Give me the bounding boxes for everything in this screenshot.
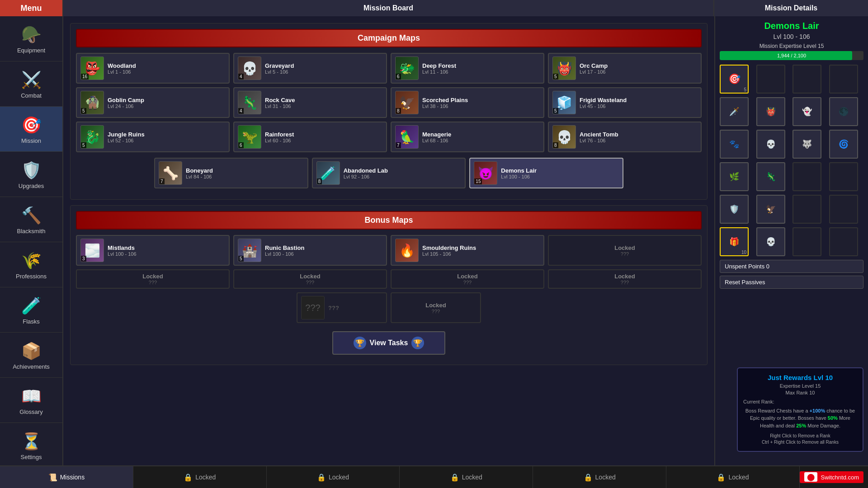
map-item-menagerie[interactable]: 🦜 7 Menagerie Lvl 68 - 106 bbox=[391, 122, 544, 152]
map-item-mistlands[interactable]: 🌫️ 3 Mistlands Lvl 100 - 106 bbox=[76, 235, 230, 266]
unspent-points[interactable]: Unspent Points 0 bbox=[720, 260, 863, 273]
menu-label[interactable]: Menu bbox=[0, 0, 63, 16]
skill-item-6[interactable]: 👹 bbox=[756, 97, 785, 126]
sidebar-label-blacksmith: Blacksmith bbox=[17, 228, 46, 235]
map-item-smouldering-ruins[interactable]: 🔥 Smouldering Ruins Lvl 105 - 106 bbox=[391, 235, 544, 266]
map-item-jungle-ruins[interactable]: 🐉 5 Jungle Ruins Lvl 52 - 106 bbox=[76, 122, 230, 152]
map-item-ancient-tomb[interactable]: 💀 8 Ancient Tomb Lvl 76 - 106 bbox=[548, 122, 702, 152]
map-level: Lvl 84 - 106 bbox=[186, 174, 304, 179]
sidebar-item-blacksmith[interactable]: 🔨 Blacksmith bbox=[0, 197, 62, 242]
bottom-nav-missions[interactable]: 📜 Missions bbox=[0, 466, 133, 488]
map-item-frigid-wasteland[interactable]: 🧊 5 Frigid Wasteland Lvl 45 - 106 bbox=[548, 87, 702, 118]
skill-item-12[interactable]: 🌀 bbox=[829, 130, 858, 159]
map-info: Smouldering Ruins Lvl 105 - 106 bbox=[422, 244, 540, 257]
map-info: Ancient Tomb Lvl 76 - 106 bbox=[580, 131, 697, 143]
locked-info: Locked ??? bbox=[395, 273, 540, 285]
skill-item-10[interactable]: 💀 bbox=[756, 130, 785, 159]
sidebar-item-upgrades[interactable]: 🛡️ Upgrades bbox=[0, 152, 62, 197]
professions-icon: 🌾 bbox=[21, 251, 42, 270]
skill-item-22[interactable]: 💀 bbox=[756, 227, 785, 256]
map-level: Lvl 24 - 106 bbox=[108, 103, 225, 109]
map-item-demons-lair[interactable]: 😈 15 Demons Lair Lvl 100 - 106 bbox=[469, 158, 623, 188]
bottom-nav-locked1[interactable]: 🔒 Locked bbox=[133, 466, 267, 488]
map-item-boneyard[interactable]: 🦴 7 Boneyard Lvl 84 - 106 bbox=[154, 158, 308, 188]
skill-item-15[interactable] bbox=[793, 162, 821, 191]
map-level: Lvl 100 - 106 bbox=[108, 251, 225, 257]
skill-item-17[interactable]: 🛡️ bbox=[720, 195, 749, 224]
skill-item-14[interactable]: 🦎 bbox=[756, 162, 785, 191]
switch-badge: ⬤ Switchntd.com bbox=[800, 471, 863, 483]
sidebar-label-professions: Professions bbox=[16, 273, 47, 280]
map-item-woodland[interactable]: 👺 16 Woodland Lvl 1 - 106 bbox=[76, 53, 230, 84]
tooltip-highlight3: 25% bbox=[796, 423, 806, 428]
skill-item-2[interactable] bbox=[756, 65, 785, 94]
locked-name: Locked bbox=[395, 302, 476, 309]
map-item-graveyard[interactable]: 💀 4 Graveyard Lvl 5 - 106 bbox=[233, 53, 387, 84]
map-name: Demons Lair bbox=[501, 167, 619, 174]
skill-item-4[interactable] bbox=[829, 65, 858, 94]
locked-name: Locked bbox=[552, 273, 697, 280]
sidebar-item-achievements[interactable]: 📦 Achievements bbox=[0, 333, 62, 378]
skill-item-21[interactable]: 🎁 10 bbox=[720, 227, 749, 256]
view-tasks-button[interactable]: 🏆 View Tasks 🏆 bbox=[332, 331, 445, 355]
skill-item-11[interactable]: 🐺 bbox=[793, 130, 821, 159]
skill-item-5[interactable]: 🗡️ bbox=[720, 97, 749, 126]
map-item-goblin-camp[interactable]: 🧌 5 Goblin Camp Lvl 24 - 106 bbox=[76, 87, 230, 118]
top-bar: Menu Mission Board Mission Details bbox=[0, 0, 868, 16]
skill-item-13[interactable]: 🌿 bbox=[720, 162, 749, 191]
sidebar-item-combat[interactable]: ⚔️ Combat bbox=[0, 61, 62, 107]
skill-item-19[interactable] bbox=[793, 195, 821, 224]
map-badge: 7 bbox=[159, 178, 165, 184]
skill-item-7[interactable]: 👻 bbox=[793, 97, 821, 126]
skill-item-1[interactable]: 🎯 5 bbox=[720, 65, 749, 94]
skill-item-8[interactable]: 🌑 bbox=[829, 97, 858, 126]
map-info: Rainforest Lvl 60 - 106 bbox=[265, 131, 382, 143]
map-icon: 🦎 4 bbox=[238, 91, 261, 114]
tooltip-desc1: Boss Reward Chests have a bbox=[745, 408, 810, 413]
bottom-nav-locked5[interactable]: 🔒 Locked bbox=[666, 466, 800, 488]
sidebar-item-settings[interactable]: ⏳ Settings bbox=[0, 423, 62, 465]
map-name: Rock Cave bbox=[265, 97, 382, 103]
map-item-locked: Locked ??? bbox=[548, 235, 702, 266]
main-layout: 🪖 Equipment ⚔️ Combat 🎯 Mission 🛡️ Upgra… bbox=[0, 16, 868, 465]
map-badge: 6 bbox=[396, 74, 401, 80]
skill-item-23[interactable] bbox=[793, 227, 821, 256]
map-item-orc-camp[interactable]: 👹 5 Orc Camp Lvl 17 - 106 bbox=[548, 53, 702, 84]
sidebar-item-glossary[interactable]: 📖 Glossary bbox=[0, 378, 62, 423]
sidebar-item-equipment[interactable]: 🪖 Equipment bbox=[0, 16, 62, 61]
map-icon-locked: ??? bbox=[301, 296, 325, 319]
bottom-nav-locked3-label: Locked bbox=[462, 474, 482, 481]
skill-grid-row4: 🌿 🦎 bbox=[720, 162, 863, 191]
map-item-rock-cave[interactable]: 🦎 4 Rock Cave Lvl 31 - 106 bbox=[233, 87, 387, 118]
map-icon: 🔥 bbox=[395, 239, 419, 262]
skill-item-16[interactable] bbox=[829, 162, 858, 191]
skill-item-3[interactable] bbox=[793, 65, 821, 94]
sidebar-item-mission[interactable]: 🎯 Mission bbox=[0, 107, 62, 152]
skill-item-20[interactable] bbox=[829, 195, 858, 224]
lock4-icon: 🔒 bbox=[584, 473, 593, 482]
sidebar-item-flasks[interactable]: 🧪 Flasks bbox=[0, 287, 62, 333]
bottom-nav-locked2[interactable]: 🔒 Locked bbox=[267, 466, 400, 488]
map-item-rainforest[interactable]: 🦖 6 Rainforest Lvl 60 - 106 bbox=[233, 122, 387, 152]
locked-level: ??? bbox=[552, 251, 697, 257]
map-info: Deep Forest Lvl 11 - 106 bbox=[422, 62, 540, 75]
skill-grid-row6: 🎁 10 💀 bbox=[720, 227, 863, 256]
bonus-map-grid-row2: Locked ??? Locked ??? Locked ??? Locked … bbox=[76, 269, 702, 289]
map-item-runic-bastion[interactable]: 🏰 5 Runic Bastion Lvl 100 - 106 bbox=[233, 235, 387, 266]
map-item-abandoned-lab[interactable]: 🧪 8 Abandoned Lab Lvl 92 - 106 bbox=[312, 158, 466, 188]
sidebar-label-flasks: Flasks bbox=[23, 318, 40, 325]
bottom-nav-locked3[interactable]: 🔒 Locked bbox=[400, 466, 533, 488]
center-content: Campaign Maps 👺 16 Woodland Lvl 1 - 106 … bbox=[63, 16, 714, 465]
map-icon: 🏰 5 bbox=[238, 239, 261, 262]
map-level: Lvl 1 - 106 bbox=[108, 69, 225, 75]
map-item-scorched-plains[interactable]: 🦅 8 Scorched Plains Lvl 38 - 106 bbox=[391, 87, 544, 118]
skill-item-24[interactable] bbox=[829, 227, 858, 256]
bottom-nav-locked4[interactable]: 🔒 Locked bbox=[533, 466, 666, 488]
skill-item-9[interactable]: 🐾 bbox=[720, 130, 749, 159]
locked-name: Locked bbox=[395, 273, 540, 280]
map-icon: 🦖 6 bbox=[238, 125, 261, 149]
sidebar-item-professions[interactable]: 🌾 Professions bbox=[0, 242, 62, 287]
reset-passives[interactable]: Reset Passives bbox=[720, 276, 863, 289]
skill-item-18[interactable]: 🦅 bbox=[756, 195, 785, 224]
map-item-deep-forest[interactable]: 🐲 6 Deep Forest Lvl 11 - 106 bbox=[391, 53, 544, 84]
